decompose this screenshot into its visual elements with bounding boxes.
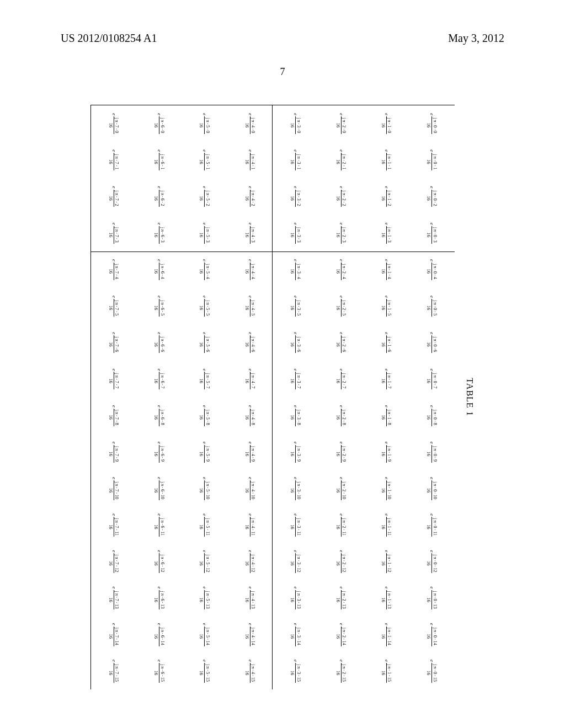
table-cell: ej π · 4 · 216 — [227, 178, 273, 215]
expression: ej π · 1 · 816 — [381, 405, 392, 426]
table-cell: ej π · 0 · 316 — [409, 215, 455, 251]
table-cell: ej π · 5 · 1016 — [182, 470, 227, 507]
expression: ej π · 6 · 916 — [154, 442, 165, 463]
expression: ej π · 4 · 416 — [244, 259, 255, 280]
table-cell: ej π · 0 · 1016 — [409, 470, 455, 507]
expression: ej π · 6 · 1316 — [154, 587, 165, 610]
table-cell: ej π · 2 · 916 — [318, 434, 364, 470]
expression: ej π · 6 · 1116 — [154, 513, 165, 537]
expression: ej π · 1 · 316 — [381, 223, 392, 244]
expression: ej π · 0 · 1416 — [427, 623, 438, 646]
table-cell: ej π · 4 · 716 — [227, 361, 273, 397]
expression: ej π · 2 · 1116 — [335, 513, 347, 537]
table-cell: ej π · 4 · 1216 — [227, 543, 273, 580]
table-cell: ej π · 7 · 1216 — [91, 543, 136, 580]
expression: ej π · 7 · 1216 — [108, 550, 119, 573]
expression: ej π · 6 · 516 — [154, 296, 165, 317]
table-cell: ej π · 3 · 1216 — [273, 543, 318, 580]
expression: ej π · 3 · 816 — [290, 405, 301, 426]
table-cell: ej π · 2 · 1516 — [318, 653, 364, 689]
table-cell: ej π · 7 · 416 — [91, 251, 136, 288]
expression: ej π · 1 · 416 — [381, 259, 392, 280]
table-cell: ej π · 2 · 116 — [318, 142, 364, 178]
table-cell: ej π · 0 · 216 — [409, 178, 455, 215]
expression: ej π · 7 · 1316 — [108, 587, 119, 610]
expression: ej π · 3 · 1016 — [290, 477, 301, 500]
table-cell: ej π · 1 · 516 — [364, 288, 409, 324]
expression: ej π · 1 · 016 — [381, 113, 392, 134]
expression: ej π · 0 · 516 — [427, 296, 438, 317]
table-cell: ej π · 0 · 716 — [409, 361, 455, 397]
expression: ej π · 2 · 416 — [335, 259, 347, 280]
expression: ej π · 7 · 1516 — [108, 660, 119, 683]
table-cell: ej π · 4 · 616 — [227, 324, 273, 361]
expression: ej π · 5 · 1316 — [199, 587, 210, 610]
table-cell: ej π · 4 · 1516 — [227, 653, 273, 689]
table-cell: ej π · 2 · 516 — [318, 288, 364, 324]
table-cell: ej π · 5 · 416 — [182, 251, 227, 288]
expression: ej π · 2 · 616 — [335, 332, 347, 353]
publication-number: US 2012/0108254 A1 — [61, 32, 157, 45]
table-cell: ej π · 6 · 516 — [136, 288, 182, 324]
table-cell: ej π · 2 · 1016 — [318, 470, 364, 507]
expression: ej π · 6 · 616 — [154, 332, 165, 353]
table-cell: ej π · 0 · 1116 — [409, 507, 455, 543]
expression: ej π · 0 · 1116 — [427, 513, 438, 537]
table-cell: ej π · 5 · 1116 — [182, 507, 227, 543]
expression: ej π · 7 · 016 — [108, 113, 119, 134]
table-cell: ej π · 1 · 616 — [364, 324, 409, 361]
table-cell: ej π · 2 · 1116 — [318, 507, 364, 543]
table-cell: ej π · 4 · 1116 — [227, 507, 273, 543]
table-cell: ej π · 4 · 1316 — [227, 580, 273, 616]
table-cell: ej π · 6 · 216 — [136, 178, 182, 215]
expression: ej π · 2 · 916 — [335, 442, 347, 463]
table-cell: ej π · 3 · 916 — [273, 434, 318, 470]
expression: ej π · 7 · 316 — [108, 223, 119, 244]
expression: ej π · 3 · 1116 — [290, 513, 301, 537]
expression: ej π · 4 · 616 — [244, 332, 255, 353]
table-cell: ej π · 2 · 216 — [318, 178, 364, 215]
expression: ej π · 7 · 1016 — [108, 477, 119, 500]
expression: ej π · 7 · 1116 — [108, 513, 119, 537]
expression: ej π · 3 · 016 — [290, 113, 301, 134]
table-cell: ej π · 1 · 1216 — [364, 543, 409, 580]
table-cell: ej π · 4 · 516 — [227, 288, 273, 324]
table-cell: ej π · 2 · 1416 — [318, 617, 364, 653]
expression: ej π · 0 · 216 — [427, 186, 438, 207]
expression: ej π · 5 · 1016 — [199, 477, 210, 500]
expression: ej π · 5 · 816 — [199, 405, 210, 426]
table-cell: ej π · 6 · 1016 — [136, 470, 182, 507]
expression: ej π · 3 · 516 — [290, 296, 301, 317]
table-cell: ej π · 6 · 116 — [136, 142, 182, 178]
table-cell: ej π · 1 · 316 — [364, 215, 409, 251]
table-cell: ej π · 7 · 516 — [91, 288, 136, 324]
expression: ej π · 7 · 716 — [108, 368, 119, 389]
table-cell: ej π · 5 · 016 — [182, 105, 227, 142]
table-cell: ej π · 5 · 1416 — [182, 617, 227, 653]
table-cell: ej π · 1 · 916 — [364, 434, 409, 470]
table-cell: ej π · 5 · 216 — [182, 178, 227, 215]
expression: ej π · 0 · 1016 — [427, 477, 438, 500]
table-cell: ej π · 2 · 316 — [318, 215, 364, 251]
expression: ej π · 1 · 216 — [381, 186, 392, 207]
table-cell: ej π · 6 · 316 — [136, 215, 182, 251]
expression: ej π · 2 · 1516 — [335, 660, 347, 683]
expression: ej π · 5 · 1116 — [199, 513, 210, 537]
table-cell: ej π · 4 · 016 — [227, 105, 273, 142]
expression: ej π · 3 · 1316 — [290, 587, 301, 610]
expression: ej π · 2 · 1316 — [335, 587, 347, 610]
table-cell: ej π · 4 · 116 — [227, 142, 273, 178]
table-cell: ej π · 4 · 916 — [227, 434, 273, 470]
expression: ej π · 2 · 516 — [335, 296, 347, 317]
expression: ej π · 7 · 216 — [108, 186, 119, 207]
expression: ej π · 1 · 1516 — [381, 660, 392, 683]
table-cell: ej π · 4 · 416 — [227, 251, 273, 288]
expression: ej π · 5 · 1416 — [199, 623, 210, 646]
table-cell: ej π · 5 · 1316 — [182, 580, 227, 616]
table-cell: ej π · 3 · 616 — [273, 324, 318, 361]
table-cell: ej π · 3 · 1016 — [273, 470, 318, 507]
expression: ej π · 5 · 1516 — [199, 660, 210, 683]
table-cell: ej π · 3 · 816 — [273, 398, 318, 434]
table-cell: ej π · 1 · 016 — [364, 105, 409, 142]
table-cell: ej π · 3 · 116 — [273, 142, 318, 178]
